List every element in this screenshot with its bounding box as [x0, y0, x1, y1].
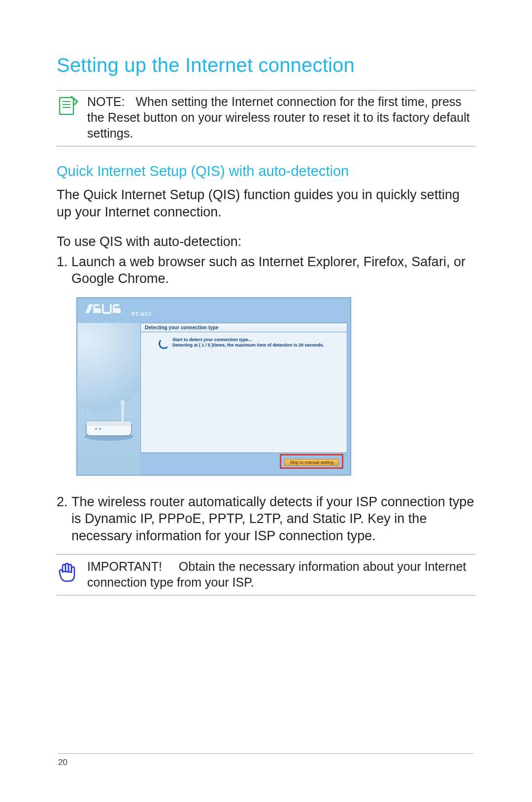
- skip-to-manual-button[interactable]: Skip to manual setting: [284, 459, 339, 466]
- important-label: IMPORTANT!: [87, 559, 162, 573]
- note-body: When setting the Internet connection for…: [87, 95, 470, 140]
- lead-line: To use QIS with auto-detection:: [57, 233, 475, 250]
- asus-logo: RT-N53: [84, 301, 151, 317]
- step-text: The wireless router automatically detect…: [71, 493, 475, 545]
- qis-screenshot: RT-N53: [76, 297, 351, 476]
- step-1: 1. Launch a web browser such as Internet…: [57, 253, 475, 287]
- step-text: Launch a web browser such as Internet Ex…: [71, 253, 475, 287]
- svg-rect-0: [60, 98, 73, 114]
- router-model: RT-N53: [132, 312, 151, 317]
- note-text: NOTE:When setting the Internet connectio…: [87, 94, 475, 141]
- screenshot-header: RT-N53: [77, 298, 350, 323]
- note-label: NOTE:: [87, 95, 125, 108]
- svg-marker-4: [85, 304, 93, 313]
- subsection-title: Quick Internet Setup (QIS) with auto-det…: [57, 163, 475, 179]
- screenshot-body: Detecting your connection type Start to …: [77, 323, 350, 475]
- detect-line-2: Detecting at ( 1 / 5 )times, the maximum…: [172, 343, 324, 348]
- panel-title: Detecting your connection type: [141, 323, 347, 332]
- svg-rect-7: [86, 421, 132, 426]
- hand-icon: [57, 558, 87, 584]
- svg-point-9: [99, 428, 101, 430]
- screenshot-sidebar: [77, 323, 140, 475]
- svg-rect-11: [121, 400, 125, 405]
- skip-highlight-box: Skip to manual setting: [280, 454, 343, 469]
- detect-line-1: Start to detect your connection type...: [172, 337, 324, 343]
- step-number: 2.: [57, 493, 71, 545]
- note-icon: [57, 94, 87, 116]
- section-title: Setting up the Internet connection: [57, 54, 475, 76]
- svg-point-8: [95, 428, 97, 430]
- note-callout: NOTE:When setting the Internet connectio…: [57, 90, 475, 146]
- screenshot-main-panel: Detecting your connection type Start to …: [140, 323, 347, 453]
- important-text: IMPORTANT!Obtain the necessary informati…: [87, 558, 475, 590]
- intro-paragraph: The Quick Internet Setup (QIS) function …: [57, 186, 475, 220]
- step-2: 2. The wireless router automatically det…: [57, 493, 475, 545]
- detection-text: Start to detect your connection type... …: [172, 337, 324, 348]
- detection-status: Start to detect your connection type... …: [141, 332, 347, 349]
- screenshot-footer: Skip to manual setting: [140, 456, 347, 471]
- page-number: 20: [58, 758, 67, 767]
- router-graphic: [79, 396, 138, 448]
- step-number: 1.: [57, 253, 71, 287]
- spinner-icon: [159, 338, 169, 349]
- manual-page: Setting up the Internet connection NOTE:…: [0, 0, 532, 802]
- page-footer: 20: [58, 753, 474, 767]
- important-callout: IMPORTANT!Obtain the necessary informati…: [57, 554, 475, 595]
